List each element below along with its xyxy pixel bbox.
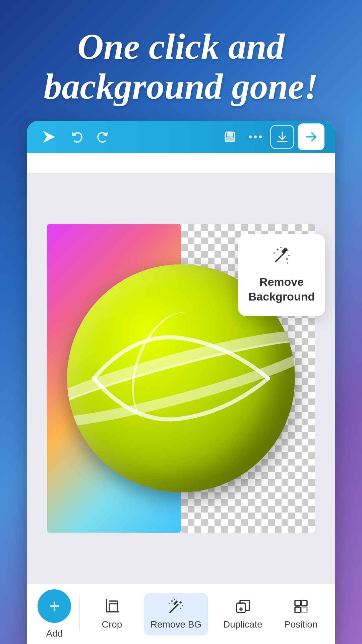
position-button[interactable]: Position [278, 593, 324, 635]
svg-rect-16 [109, 604, 117, 612]
crop-button[interactable]: Crop [88, 593, 135, 635]
svg-point-21 [180, 608, 181, 609]
headline-line1: One click and [77, 26, 285, 66]
svg-point-19 [169, 603, 170, 604]
app-window: Remove Background + Add Crop [27, 121, 335, 644]
svg-point-11 [274, 252, 275, 254]
svg-rect-27 [302, 600, 307, 606]
magic-wand-icon [272, 246, 291, 269]
svg-point-20 [174, 599, 175, 600]
send-button[interactable] [298, 123, 324, 150]
undo-button[interactable] [67, 127, 87, 147]
more-button[interactable] [245, 127, 265, 147]
svg-point-12 [280, 247, 282, 248]
svg-marker-0 [43, 131, 55, 143]
duplicate-button[interactable]: Duplicate [217, 593, 269, 635]
duplicate-icon [235, 598, 251, 616]
svg-point-15 [287, 262, 288, 264]
position-label: Position [284, 619, 318, 630]
remove-bg-label: Remove BG [150, 619, 202, 630]
svg-point-18 [171, 600, 173, 602]
svg-point-13 [286, 258, 288, 260]
add-wrapper[interactable]: + Add [38, 589, 71, 639]
svg-point-6 [259, 136, 262, 138]
svg-point-5 [254, 136, 257, 138]
svg-point-22 [182, 605, 183, 606]
svg-rect-28 [295, 607, 300, 612]
svg-point-4 [249, 136, 252, 138]
duplicate-label: Duplicate [223, 619, 262, 630]
remove-background-popup[interactable]: Remove Background [238, 234, 325, 316]
remove-bg-button[interactable]: Remove BG [144, 593, 208, 635]
canvas-area: Remove Background [27, 153, 335, 584]
add-label: Add [46, 628, 63, 639]
svg-point-10 [277, 249, 279, 251]
toolbar [27, 121, 335, 153]
app-logo[interactable] [39, 127, 59, 147]
position-icon [293, 598, 309, 616]
svg-point-14 [288, 255, 290, 256]
headline: One click and background gone! [0, 0, 362, 127]
svg-line-17 [170, 604, 178, 612]
remove-bg-icon [168, 598, 184, 616]
svg-rect-29 [302, 607, 307, 612]
popup-text: Remove Background [248, 274, 315, 304]
add-button[interactable]: + [38, 589, 71, 623]
crop-label: Crop [102, 619, 122, 630]
headline-line2: background gone! [44, 66, 318, 106]
svg-rect-26 [295, 600, 300, 606]
svg-rect-3 [227, 138, 233, 141]
crop-icon [104, 598, 120, 616]
svg-rect-2 [227, 132, 233, 136]
download-button[interactable] [270, 125, 294, 149]
svg-line-8 [276, 252, 285, 262]
redo-button[interactable] [93, 127, 113, 147]
bottom-toolbar: + Add Crop [27, 584, 335, 644]
save-button[interactable] [220, 127, 240, 147]
